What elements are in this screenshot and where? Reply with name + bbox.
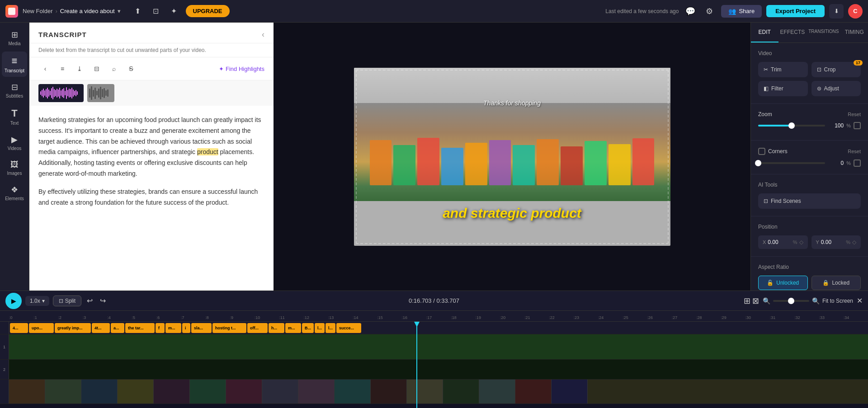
- track-chip[interactable]: f: [156, 323, 165, 333]
- track-chip[interactable]: 4...: [10, 323, 28, 333]
- track-chip[interactable]: 4t...: [92, 323, 110, 333]
- sidebar-item-transcript[interactable]: ≡ Transcript: [2, 52, 27, 77]
- aspect-locked-button[interactable]: 🔒 Locked: [811, 276, 861, 290]
- template-icon-btn[interactable]: ⊡: [149, 4, 163, 19]
- sidebar-item-videos[interactable]: ▶ Videos: [2, 131, 27, 155]
- transcript-strikethrough-btn[interactable]: S: [124, 62, 138, 75]
- track-fit-icon[interactable]: ⊠: [752, 296, 759, 306]
- zoom-lock-icon[interactable]: [854, 122, 861, 129]
- comment-icon-btn[interactable]: 💬: [683, 4, 698, 19]
- zoom-in-button[interactable]: 🔍: [812, 297, 820, 305]
- track-chip[interactable]: succe...: [336, 323, 361, 333]
- sidebar-item-media[interactable]: ⊞ Media: [2, 26, 27, 50]
- thumbnail-content: [9, 380, 868, 403]
- sidebar-item-subtitles[interactable]: ⊟ Subtitles: [2, 79, 27, 102]
- sidebar-item-text[interactable]: T Text: [2, 104, 27, 129]
- adjust-button[interactable]: ⊜ Adjust: [811, 81, 861, 96]
- track-chip[interactable]: m...: [285, 323, 301, 333]
- settings-icon-btn[interactable]: ⚙: [702, 4, 717, 19]
- timeline-ruler: :0 :1 :2 :3 :4 :5 :6 :7 :8 :9 :10 :11 :1…: [0, 311, 868, 322]
- tab-edit[interactable]: EDIT: [751, 23, 778, 42]
- track-chip[interactable]: l...: [326, 323, 335, 333]
- track-chip[interactable]: the tar...: [125, 323, 155, 333]
- undo-button[interactable]: ↩: [85, 295, 94, 307]
- breadcrumb-project[interactable]: Create a video about: [60, 8, 115, 14]
- user-avatar[interactable]: C: [848, 4, 863, 19]
- export-button[interactable]: Export Project: [766, 5, 825, 17]
- corners-lock-icon[interactable]: [854, 159, 861, 167]
- redo-button[interactable]: ↪: [98, 295, 108, 307]
- track-chip[interactable]: off...: [247, 323, 268, 333]
- transcript-caption-btn[interactable]: ⊟: [90, 62, 104, 75]
- track-chip[interactable]: sla...: [191, 323, 212, 333]
- position-y-diamond[interactable]: ◇: [852, 239, 856, 245]
- breadcrumb-dropdown[interactable]: ▾: [118, 8, 121, 14]
- last-edited-status: Last edited a few seconds ago: [605, 8, 679, 14]
- position-x-diamond[interactable]: ◇: [799, 239, 803, 245]
- store-sign: Thanks for shopping: [483, 99, 541, 107]
- share-icon-btn[interactable]: ⬆: [131, 4, 145, 19]
- corners-label: Corners: [768, 148, 844, 155]
- track-chip[interactable]: hosting t...: [212, 323, 246, 333]
- track-chip[interactable]: a...: [111, 323, 124, 333]
- highlight-product: product: [197, 148, 218, 155]
- waveform-track-1: 1 // Generate waveform bars inline via s…: [0, 334, 868, 360]
- upgrade-button[interactable]: UPGRADE: [186, 5, 230, 17]
- transcript-list-btn[interactable]: ≡: [56, 62, 69, 75]
- thumbnail-track: [0, 380, 868, 404]
- speed-button[interactable]: 1.0x ▾: [25, 296, 49, 306]
- track-chip[interactable]: l...: [315, 323, 325, 333]
- timeline-close-button[interactable]: ✕: [857, 296, 863, 305]
- timeline-zoom-slider[interactable]: [773, 300, 809, 302]
- transcript-panel: TRANSCRIPT ‹ Delete text from the transc…: [29, 23, 274, 291]
- transcript-search-btn[interactable]: ⌕: [107, 62, 121, 75]
- tab-transitions[interactable]: TRANSITIONS: [807, 23, 840, 42]
- crop-button[interactable]: ⊡ Crop 17: [811, 62, 861, 77]
- videos-icon: ▶: [11, 135, 18, 145]
- transcript-back-btn[interactable]: ‹: [38, 62, 52, 75]
- thumbnail-14: [479, 380, 515, 403]
- track-chip[interactable]: upo...: [29, 323, 54, 333]
- transcript-content[interactable]: Marketing strategies for an upcoming foo…: [29, 106, 274, 291]
- corners-slider[interactable]: [758, 162, 825, 164]
- corners-unit: %: [846, 160, 851, 166]
- corners-reset-btn[interactable]: Reset: [848, 149, 861, 154]
- transcript-close-button[interactable]: ‹: [262, 30, 264, 39]
- track-chip[interactable]: h...: [269, 323, 284, 333]
- sidebar-item-images[interactable]: 🖼 Images: [2, 156, 27, 179]
- zoom-reset-btn[interactable]: Reset: [848, 112, 861, 117]
- track-chip[interactable]: B...: [302, 323, 314, 333]
- filter-button[interactable]: ◧ Filter: [758, 81, 808, 96]
- zoom-slider[interactable]: [758, 125, 825, 127]
- waveform-svg: var bars = ''; for(var i=0; i<450; i++) …: [11, 336, 866, 358]
- position-x-unit: %: [793, 239, 797, 245]
- track-chip[interactable]: greatly imp...: [55, 323, 91, 333]
- trim-button[interactable]: ✂ Trim: [758, 62, 808, 77]
- play-button[interactable]: ▶: [5, 293, 22, 309]
- position-x-field[interactable]: X 0.00 % ◇: [758, 235, 808, 249]
- zoom-slider-thumb[interactable]: [788, 298, 794, 304]
- images-icon: 🖼: [10, 160, 19, 169]
- chips-track: 4... upo... greatly imp... 4t... a... th…: [0, 322, 868, 334]
- aspect-unlocked-button[interactable]: 🔓 Unlocked: [758, 276, 808, 290]
- split-button[interactable]: ⊡ Split: [53, 295, 81, 306]
- fit-to-screen-button[interactable]: Fit to Screen: [822, 298, 853, 304]
- zoom-out-button[interactable]: 🔍: [763, 297, 770, 305]
- transcript-download-btn[interactable]: ⤓: [73, 62, 86, 75]
- find-highlights-button[interactable]: ✦ Find Highlights: [219, 66, 264, 72]
- share-button[interactable]: 👥 Share: [721, 5, 762, 18]
- track-chip[interactable]: m...: [165, 323, 181, 333]
- find-scenes-button[interactable]: ⊡ Find Scenes: [758, 193, 861, 209]
- breadcrumb-folder[interactable]: New Folder: [23, 8, 52, 14]
- track-chip[interactable]: i: [182, 323, 190, 333]
- position-y-field[interactable]: Y 0.00 % ◇: [811, 235, 861, 249]
- tab-effects[interactable]: EFFECTS: [778, 23, 807, 42]
- thumbnail-rest: [588, 380, 868, 403]
- track-merge-icon[interactable]: ⊞: [744, 296, 750, 306]
- sidebar-item-elements[interactable]: ❖ Elements: [2, 181, 27, 205]
- tab-timing[interactable]: TIMING: [840, 23, 868, 42]
- download-button[interactable]: ⬇: [829, 4, 844, 19]
- magic-icon-btn[interactable]: ✦: [167, 4, 181, 19]
- ai-tools-section: AI Tools ⊡ Find Scenes: [751, 174, 868, 216]
- transcript-waveform-2: [87, 84, 114, 102]
